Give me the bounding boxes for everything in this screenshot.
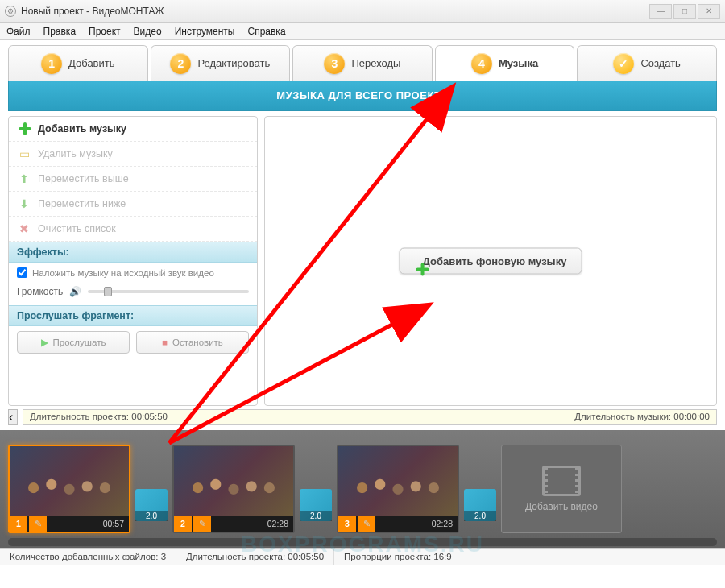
clear-list-label: Очистить список <box>38 223 116 234</box>
workarea: Добавить музыку ▭ Удалить музыку ⬆ Перем… <box>8 116 717 406</box>
move-down-button[interactable]: ⬇ Переместить ниже <box>9 192 257 217</box>
music-duration: Длительность музыки: 00:00:00 <box>574 412 710 423</box>
clip-3[interactable]: 3 ✎ 02:28 <box>337 445 459 533</box>
edit-icon[interactable]: ✎ <box>193 516 211 532</box>
step-4-badge: 4 <box>471 53 492 74</box>
add-music-button[interactable]: Добавить музыку <box>9 117 257 142</box>
menu-edit[interactable]: Правка <box>44 26 77 37</box>
overlay-music-row[interactable]: Наложить музыку на исходный звук видео <box>9 263 257 283</box>
step-create-badge: ✓ <box>613 53 634 74</box>
clip-2[interactable]: 2 ✎ 02:28 <box>172 445 295 533</box>
arrow-up-icon: ⬆ <box>17 172 31 186</box>
preview-header: Прослушать фрагмент: <box>9 305 257 326</box>
overlay-checkbox[interactable] <box>17 267 27 278</box>
menu-file[interactable]: Файл <box>6 26 31 37</box>
speaker-icon: 🔊 <box>69 286 81 297</box>
minimize-button[interactable]: — <box>649 4 672 19</box>
tab-add[interactable]: 1 Добавить <box>8 45 148 81</box>
move-up-button[interactable]: ⬆ Переместить выше <box>9 167 257 192</box>
play-icon: ▶ <box>41 337 48 348</box>
x-icon: ✖ <box>17 222 31 236</box>
timeline-scrollbar[interactable] <box>8 538 717 546</box>
clip-time: 02:28 <box>211 519 293 528</box>
status-ratio: Пропорции проекта: 16:9 <box>334 549 462 565</box>
add-music-label: Добавить музыку <box>38 123 126 135</box>
clip-time: 00:57 <box>47 519 129 528</box>
clip-thumbnail <box>338 446 458 516</box>
arrow-down-icon: ⬇ <box>17 197 31 211</box>
clip-thumbnail <box>10 446 129 516</box>
project-duration: Длительность проекта: 00:05:50 <box>30 412 168 423</box>
tab-music-label: Музыка <box>499 57 538 69</box>
step-3-badge: 3 <box>324 53 345 74</box>
app-icon: ⚙ <box>5 6 16 17</box>
plus-icon <box>17 122 31 136</box>
clip-index: 3 <box>338 516 356 532</box>
menubar: Файл Правка Проект Видео Инструменты Спр… <box>0 23 725 40</box>
music-side-panel: Добавить музыку ▭ Удалить музыку ⬆ Перем… <box>8 116 258 406</box>
move-down-label: Переместить ниже <box>38 198 126 209</box>
section-banner: МУЗЫКА ДЛЯ ВСЕГО ПРОЕКТА <box>8 81 717 111</box>
music-list-panel: Добавить фоновую музыку <box>264 116 717 406</box>
clip-1[interactable]: ✂★ 1 ✎ 00:57 <box>8 445 130 533</box>
tab-edit-label: Редактировать <box>197 57 270 69</box>
scrub-left[interactable]: ‹ <box>8 409 18 425</box>
menu-video[interactable]: Видео <box>134 26 162 37</box>
play-button[interactable]: ▶ Прослушать <box>17 331 130 354</box>
clip-thumbnail <box>174 446 293 516</box>
duration-bar: ‹ Длительность проекта: 00:05:50 Длитель… <box>8 409 717 425</box>
status-duration: Длительность проекта: 00:05:50 <box>176 549 334 565</box>
window-title: Новый проект - ВидеоМОНТАЖ <box>21 6 164 17</box>
menu-project[interactable]: Проект <box>89 26 121 37</box>
step-1-badge: 1 <box>41 53 62 74</box>
duration-info: Длительность проекта: 00:05:50 Длительно… <box>23 409 717 425</box>
transition-2[interactable]: 2.0 <box>300 489 332 521</box>
tab-create[interactable]: ✓ Создать <box>577 45 717 81</box>
delete-music-label: Удалить музыку <box>38 148 113 159</box>
folder-icon: ▭ <box>17 147 31 161</box>
effects-header: Эффекты: <box>9 242 257 263</box>
clip-time: 02:28 <box>375 519 458 528</box>
stop-button[interactable]: ■ Остановить <box>136 331 249 354</box>
tab-music[interactable]: 4 Музыка <box>435 45 575 81</box>
menu-help[interactable]: Справка <box>247 26 285 37</box>
clear-list-button[interactable]: ✖ Очистить список <box>9 217 257 242</box>
stop-icon: ■ <box>162 337 168 347</box>
maximize-button[interactable]: □ <box>673 4 696 19</box>
volume-slider[interactable] <box>88 290 249 293</box>
step-2-badge: 2 <box>170 53 191 74</box>
tab-create-label: Создать <box>640 57 680 69</box>
edit-icon[interactable]: ✎ <box>358 516 375 532</box>
titlebar: ⚙ Новый проект - ВидеоМОНТАЖ — □ ✕ <box>0 0 725 23</box>
transition-3[interactable]: 2.0 <box>464 489 496 521</box>
play-label: Прослушать <box>53 337 106 347</box>
clip-index: 2 <box>174 516 192 532</box>
tab-transitions[interactable]: 3 Переходы <box>292 45 433 81</box>
add-bg-music-button[interactable]: Добавить фоновую музыку <box>400 248 582 275</box>
menu-tools[interactable]: Инструменты <box>175 26 235 37</box>
overlay-label: Наложить музыку на исходный звук видео <box>32 268 214 278</box>
move-up-label: Переместить выше <box>38 173 129 184</box>
add-video-label: Добавить видео <box>525 501 598 512</box>
film-icon <box>542 466 581 496</box>
close-button[interactable]: ✕ <box>698 4 720 19</box>
add-bg-music-label: Добавить фоновую музыку <box>423 255 567 267</box>
delete-music-button[interactable]: ▭ Удалить музыку <box>9 142 257 167</box>
clip-index: 1 <box>10 516 27 532</box>
edit-icon[interactable]: ✎ <box>29 516 47 532</box>
stop-label: Остановить <box>172 337 223 347</box>
status-files: Количество добавленных файлов: 3 <box>0 549 176 565</box>
volume-label: Громкость <box>17 286 63 297</box>
statusbar: Количество добавленных файлов: 3 Длитель… <box>0 548 725 565</box>
tab-transitions-label: Переходы <box>351 57 400 69</box>
transition-1[interactable]: 2.0 <box>135 489 168 521</box>
banner-text: МУЗЫКА ДЛЯ ВСЕГО ПРОЕКТА <box>276 89 448 101</box>
add-video-button[interactable]: Добавить видео <box>501 445 622 533</box>
volume-row: Громкость 🔊 <box>9 283 257 305</box>
tab-edit[interactable]: 2 Редактировать <box>151 45 291 81</box>
timeline: ✂★ 1 ✎ 00:57 2.0 2 ✎ 02:28 2.0 3 ✎ 02:28… <box>0 430 725 548</box>
tab-add-label: Добавить <box>68 57 114 69</box>
step-tabs: 1 Добавить 2 Редактировать 3 Переходы 4 … <box>0 40 725 81</box>
